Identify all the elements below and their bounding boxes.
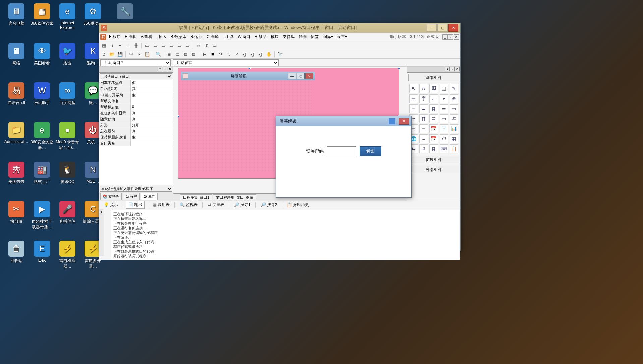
mdi-restore-button[interactable]: ▫ — [448, 34, 453, 40]
component-item[interactable]: ▾ — [440, 94, 448, 103]
window-icon-2[interactable]: ▤ — [174, 51, 181, 58]
property-row[interactable]: 外形矩形 — [99, 122, 173, 128]
panel-pin-button[interactable]: ▾ — [158, 67, 162, 71]
output-tab[interactable]: 🔍监视表 — [177, 201, 200, 208]
desktop-icon[interactable]: ▶mp4搜索下载器带播… — [30, 201, 54, 230]
open-button[interactable]: 📂 — [108, 51, 116, 58]
search-binoculars-icon[interactable]: 🔭 — [276, 51, 284, 58]
ide-titlebar[interactable]: 易 锁屏 [正在运行] - K:\备用\E教程\锁屏教程\锁屏测试.e - Wi… — [99, 23, 460, 33]
run-button[interactable]: ▶ — [201, 51, 208, 58]
property-row[interactable]: Esc键关闭真 — [99, 86, 173, 92]
component-item[interactable]: ☰ — [409, 104, 418, 113]
save-button[interactable]: 💾 — [116, 51, 124, 58]
desktop-icon[interactable]: W乐玩助手 — [30, 82, 54, 106]
new-button[interactable]: 🗋 — [100, 51, 108, 58]
icon-rect-5[interactable]: ▭ — [176, 42, 183, 49]
desktop-icon[interactable]: 🖥这台电脑 — [5, 3, 28, 26]
properties-grid[interactable]: 回车下移焦点假Esc键关闭真F1键打开帮助假帮助文件名帮助标志值0在任务条中显示… — [99, 80, 173, 185]
runtime-titlebar[interactable]: 屏幕解锁 ✕ — [276, 116, 411, 126]
brace-3-icon[interactable]: {} — [257, 51, 265, 58]
selection-handle[interactable] — [249, 67, 251, 69]
property-row[interactable]: 随意移动真 — [99, 116, 173, 122]
copy-button[interactable]: ⎘ — [135, 51, 143, 58]
desktop-icon[interactable]: ⚡雷电模拟器… — [56, 241, 79, 269]
window-icon-1[interactable]: ▣ — [166, 51, 173, 58]
palette-close-button[interactable]: ✕ — [455, 67, 460, 71]
component-item[interactable]: ✎ — [450, 84, 458, 93]
password-input[interactable] — [327, 146, 356, 156]
properties-object-combo[interactable]: _启动窗口（窗口） — [100, 73, 172, 79]
property-row[interactable]: 窗口类名 — [99, 140, 173, 146]
component-item[interactable]: ≡ — [419, 134, 428, 143]
menu-item[interactable]: 模块 — [269, 34, 281, 40]
designed-maximize-button[interactable]: ▢ — [297, 73, 305, 79]
component-item[interactable]: ▤ — [429, 114, 438, 123]
icon-same-height[interactable]: ⇕ — [203, 42, 210, 49]
component-item[interactable]: ▦ — [429, 104, 438, 113]
component-item[interactable]: ▭ — [450, 104, 458, 113]
desktop-icon[interactable]: ▦360软件管家 — [30, 3, 54, 26]
desktop-icon[interactable]: ∞百度网盘 — [56, 82, 79, 106]
maximize-button[interactable]: ▢ — [437, 24, 448, 32]
component-item[interactable]: ⌨ — [440, 144, 448, 153]
component-item[interactable]: 🏷 — [450, 114, 458, 123]
menu-item[interactable]: T.工具 — [221, 34, 236, 40]
component-item[interactable]: ⏱ — [440, 134, 448, 143]
component-item[interactable]: ⌐ — [429, 94, 438, 103]
property-row[interactable]: 在任务条中显示真 — [99, 110, 173, 116]
panel-dock-button[interactable]: ▫ — [163, 67, 167, 71]
step-into-button[interactable]: ↘ — [225, 51, 232, 58]
icon-same-size[interactable]: ▭ — [211, 42, 218, 49]
output-text[interactable]: 正在编译现行程序 正在检查重复名称… 正在预处理现行程序 正在进行名称连接… 正… — [111, 210, 459, 260]
component-item[interactable]: ═ — [440, 104, 448, 113]
designed-close-button[interactable]: ✕ — [305, 73, 313, 79]
editor-tab[interactable]: 窗口程序集_窗口_桌面 — [213, 194, 256, 200]
menu-item[interactable]: 词库▾ — [321, 34, 335, 40]
desktop-icon[interactable]: 🐧腾讯QQ — [56, 162, 79, 185]
brace-1-icon[interactable]: {} — [241, 51, 248, 58]
desktop-icon[interactable]: ✂快剪辑 — [5, 201, 28, 224]
menu-item[interactable]: H.帮助 — [252, 34, 269, 40]
component-item[interactable]: ≣ — [419, 104, 428, 113]
output-tab[interactable]: 📄输出 — [126, 201, 145, 209]
menu-item[interactable]: W.窗口 — [236, 34, 252, 40]
brace-2-icon[interactable]: {} — [249, 51, 256, 58]
icon-rect-2[interactable]: ▭ — [152, 42, 159, 49]
component-item[interactable]: 📄 — [440, 124, 448, 133]
mdi-close-button[interactable]: ✕ — [454, 34, 459, 40]
output-tab[interactable]: 📋剪辑历史 — [285, 201, 311, 208]
palette-pin-button[interactable]: ▾ — [445, 67, 450, 71]
component-item[interactable]: ↖ — [409, 84, 418, 93]
property-row[interactable]: 帮助标志值0 — [99, 104, 173, 110]
desktop-icon[interactable]: 👁美图看看 — [30, 43, 54, 66]
component-item[interactable]: ▦ — [450, 134, 458, 143]
component-item[interactable]: 📅 — [429, 134, 438, 143]
window-icon-4[interactable]: ▦ — [190, 51, 197, 58]
desktop-icon[interactable]: 秀美图秀秀 — [5, 162, 28, 185]
component-item[interactable]: A — [419, 84, 428, 93]
desktop-icon[interactable]: 🖥网络 — [5, 43, 28, 66]
component-item[interactable]: ⬚ — [440, 84, 448, 93]
cut-button[interactable]: ✂ — [127, 51, 135, 58]
icon-same-width[interactable]: ⇔ — [195, 42, 202, 49]
paste-button[interactable]: 📋 — [143, 51, 151, 58]
desktop-icon[interactable]: 📁Administrat… — [5, 122, 28, 144]
component-item[interactable]: ▭ — [440, 114, 448, 123]
menu-item[interactable]: 设置▾ — [335, 34, 349, 40]
icon-rect-6[interactable]: ▭ — [184, 42, 191, 49]
desktop-icon[interactable]: 易易语言5.9 — [5, 82, 28, 106]
output-tab[interactable]: ▦调用表 — [151, 201, 172, 208]
property-row[interactable]: F1键打开帮助假 — [99, 92, 173, 98]
icon-layout-1[interactable]: ▦ — [100, 42, 108, 49]
desktop-icon[interactable]: 🏭格式工厂 — [30, 162, 54, 185]
component-item[interactable]: 📋 — [450, 144, 458, 153]
mdi-minimize-button[interactable]: _ — [442, 34, 448, 40]
desktop-icon[interactable]: 🗑回收站 — [5, 241, 28, 264]
selection-handle[interactable] — [177, 115, 179, 117]
icon-distribute[interactable]: ╫ — [132, 42, 140, 49]
component-item[interactable]: 字 — [419, 94, 428, 103]
step-out-button[interactable]: ↗ — [233, 51, 240, 58]
menu-item[interactable]: B.数据库 — [169, 34, 188, 40]
event-handler-combo[interactable]: 在此处选择加入事件处理子程序 — [100, 186, 172, 192]
find-button[interactable]: 🔍 — [155, 51, 162, 58]
